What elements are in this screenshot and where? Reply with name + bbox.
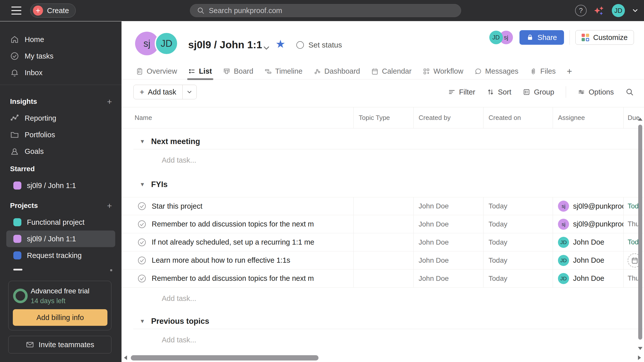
topic-type-cell[interactable] [353, 197, 413, 215]
trial-card: Advanced free trial 14 days left Add bil… [8, 281, 111, 330]
member-avatars[interactable]: JD sj [489, 31, 513, 44]
chat-bubble-icon [474, 68, 482, 75]
collapse-triangle-icon[interactable]: ▼ [140, 138, 145, 145]
user-avatar[interactable]: JD [612, 4, 625, 17]
task-name[interactable]: Learn more about how to run effective 1:… [152, 256, 290, 264]
topic-type-cell[interactable] [353, 215, 413, 233]
sidebar-item-my-tasks[interactable]: My tasks [0, 48, 122, 64]
task-name[interactable]: Remember to add discussion topics for th… [152, 220, 314, 228]
column-header-topic-type[interactable]: Topic Type [353, 107, 413, 128]
project-avatars: sj JD [135, 32, 178, 55]
sidebar-item-starred-project[interactable]: sj0l9 / John 1:1 [6, 177, 115, 194]
title-chevron-down-icon[interactable] [262, 43, 271, 53]
scroll-up-icon[interactable] [638, 118, 642, 121]
tab-messages[interactable]: Messages [474, 63, 518, 79]
assignee-name: John Doe [573, 238, 604, 246]
sidebar-item-goals[interactable]: Goals [0, 143, 122, 160]
tab-overview[interactable]: Overview [136, 63, 177, 79]
add-task-row[interactable]: Add task... [122, 149, 644, 171]
tab-files[interactable]: Files [530, 63, 556, 79]
tab-calendar[interactable]: Calendar [371, 63, 412, 79]
group-button[interactable]: Group [523, 88, 554, 96]
tab-board[interactable]: Board [223, 63, 253, 79]
home-icon [10, 35, 19, 44]
assignee-cell[interactable]: JD John Doe [553, 269, 623, 287]
create-button[interactable]: + Create [30, 4, 76, 18]
column-header-name[interactable]: Name [122, 107, 353, 128]
sidebar-item-inbox[interactable]: Inbox [0, 64, 122, 81]
column-header-created-on[interactable]: Created on [483, 107, 553, 128]
search-tasks-button[interactable] [625, 88, 634, 96]
sidebar-toggle-icon[interactable] [11, 7, 21, 15]
created-by-cell: John Doe [413, 197, 483, 215]
scroll-right-icon[interactable] [638, 355, 641, 360]
section-header-next-meeting[interactable]: ▼ Next meeting [122, 134, 644, 149]
table-row[interactable]: Remember to add discussion topics for th… [122, 269, 644, 288]
horizontal-scrollbar[interactable] [122, 354, 644, 362]
vertical-scrollbar-thumb[interactable] [638, 125, 642, 340]
add-task-button[interactable]: + Add task [134, 85, 182, 99]
assignee-cell[interactable]: JD John Doe [553, 233, 623, 251]
task-name[interactable]: Star this project [152, 202, 202, 210]
horizontal-scrollbar-thumb[interactable] [131, 355, 318, 360]
section-header-previous-topics[interactable]: ▼ Previous topics [122, 314, 644, 329]
task-complete-icon[interactable] [137, 201, 147, 211]
task-name[interactable]: If not already scheduled, set up a recur… [152, 238, 314, 246]
vertical-scrollbar[interactable] [637, 116, 643, 352]
column-header-created-by[interactable]: Created by [413, 107, 483, 128]
insights-add-icon[interactable]: + [107, 97, 112, 107]
section-header-fyis[interactable]: ▼ FYIs [122, 177, 644, 192]
add-task-row[interactable]: Add task... [122, 329, 644, 351]
assignee-cell[interactable]: sj sj0l9@punkproo... [553, 197, 623, 215]
sparkles-ai-icon[interactable] [593, 5, 605, 17]
sidebar-item-sj0l9-john-11[interactable]: sj0l9 / John 1:1 [6, 231, 115, 247]
tab-workflow[interactable]: Workflow [423, 63, 463, 79]
set-status-button[interactable]: Set status [296, 41, 342, 49]
star-toggle-icon[interactable]: ★ [275, 38, 285, 50]
topic-type-cell[interactable] [353, 233, 413, 251]
help-button[interactable]: ? [575, 5, 587, 16]
topic-type-cell[interactable] [353, 251, 413, 269]
tab-timeline[interactable]: Timeline [264, 63, 303, 79]
add-tab-icon[interactable]: + [567, 66, 572, 77]
table-row[interactable]: If not already scheduled, set up a recur… [122, 233, 644, 251]
task-complete-icon[interactable] [137, 274, 147, 283]
topic-type-cell[interactable] [353, 269, 413, 287]
search-input[interactable]: Search punkproof.com [190, 4, 461, 17]
invite-teammates-button[interactable]: Invite teammates [8, 336, 111, 353]
add-task-dropdown-button[interactable] [182, 85, 196, 99]
sidebar-item-home[interactable]: Home [0, 31, 122, 48]
sidebar-item-reporting[interactable]: Reporting [0, 110, 122, 126]
account-chevron-down-icon[interactable] [631, 7, 639, 14]
task-complete-icon[interactable] [137, 256, 147, 265]
share-button[interactable]: Share [519, 30, 564, 45]
table-row[interactable]: Learn more about how to run effective 1:… [122, 251, 644, 269]
table-row[interactable]: Star this project John Doe Today sj sj0l… [122, 197, 644, 215]
collapse-triangle-icon[interactable]: ▼ [140, 318, 145, 325]
sidebar-item-functional-project[interactable]: Functional project [6, 214, 115, 231]
scroll-left-icon[interactable] [124, 355, 127, 360]
customize-button[interactable]: Customize [575, 30, 634, 45]
assignee-cell[interactable]: sj sj0l9@punkproo... [553, 215, 623, 233]
table-row[interactable]: Remember to add discussion topics for th… [122, 215, 644, 233]
add-task-row[interactable]: Add task... [122, 288, 644, 309]
scroll-down-icon[interactable] [638, 347, 642, 350]
customize-grid-icon [582, 34, 589, 41]
task-complete-icon[interactable] [137, 238, 147, 247]
task-complete-icon[interactable] [137, 219, 147, 229]
tab-list[interactable]: List [188, 63, 212, 79]
column-header-assignee[interactable]: Assignee [553, 107, 623, 128]
sort-button[interactable]: Sort [487, 88, 511, 96]
sidebar-item-portfolios[interactable]: Portfolios [0, 126, 122, 143]
collapse-triangle-icon[interactable]: ▼ [140, 181, 145, 188]
tab-dashboard[interactable]: Dashboard [313, 63, 360, 79]
sidebar-section-projects: Projects + [0, 197, 122, 214]
task-name[interactable]: Remember to add discussion topics for th… [152, 274, 314, 283]
plus-icon: + [140, 87, 144, 97]
assignee-cell[interactable]: JD John Doe [553, 251, 623, 269]
add-billing-info-button[interactable]: Add billing info [13, 309, 107, 326]
filter-button[interactable]: Filter [448, 88, 475, 96]
sidebar-item-request-tracking[interactable]: Request tracking [6, 247, 115, 264]
options-button[interactable]: Options [578, 88, 614, 96]
projects-add-icon[interactable]: + [107, 201, 112, 211]
